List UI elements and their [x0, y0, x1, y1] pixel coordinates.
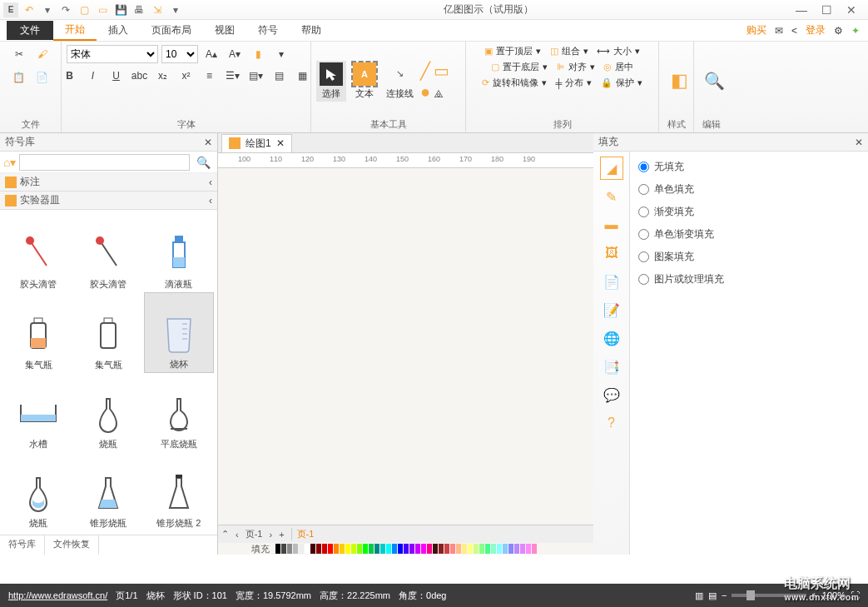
select-tool-button[interactable]: 选择: [316, 61, 346, 102]
font-size-select[interactable]: 10: [161, 45, 198, 63]
share-icon[interactable]: <: [791, 25, 797, 37]
fill-option-1[interactable]: 单色填充: [638, 182, 860, 197]
new-icon[interactable]: ▢: [77, 2, 92, 17]
category-labware[interactable]: 实验器皿‹: [0, 192, 217, 210]
indent-icon[interactable]: ▤▾: [246, 67, 266, 85]
color-swatch-strip[interactable]: 填充: [218, 543, 593, 555]
tab-shadow-icon[interactable]: ▬: [600, 213, 623, 236]
open-icon[interactable]: ▭: [95, 2, 110, 17]
font-color-icon[interactable]: ▮: [248, 45, 268, 63]
fill-option-5[interactable]: 图片或纹理填充: [638, 272, 860, 286]
rotate-button[interactable]: 旋转和镜像: [493, 77, 538, 89]
align-button[interactable]: 对齐: [568, 61, 587, 73]
tab-picture-icon[interactable]: 🖼: [600, 241, 623, 265]
paste2-icon[interactable]: 📄: [32, 68, 52, 87]
tab-insert[interactable]: 插入: [97, 21, 140, 40]
rect-shape-icon[interactable]: ▭: [434, 61, 449, 81]
document-tab[interactable]: 绘图1✕: [221, 134, 292, 152]
highlight-icon[interactable]: ▾: [271, 45, 291, 63]
edit-button[interactable]: 🔍: [699, 67, 729, 94]
page-add-icon[interactable]: +: [279, 530, 284, 540]
undo-icon[interactable]: ▾: [40, 2, 55, 17]
tab-view[interactable]: 视图: [203, 21, 246, 40]
tab-web-icon[interactable]: 🌐: [600, 326, 623, 350]
increase-font-icon[interactable]: A▴: [201, 45, 221, 63]
qat-more-icon[interactable]: ▾: [168, 2, 183, 17]
crop-icon[interactable]: ⟁: [434, 82, 444, 102]
center-button[interactable]: 居中: [615, 61, 633, 73]
symbol-item-9[interactable]: 烧瓶: [3, 452, 73, 531]
size-button[interactable]: 大小: [613, 45, 632, 57]
text-tool-button[interactable]: A 文本: [350, 61, 379, 102]
italic-icon[interactable]: I: [83, 67, 103, 85]
tab-page-icon[interactable]: 📄: [600, 270, 623, 293]
superscript-icon[interactable]: x²: [176, 67, 196, 85]
feedback-icon[interactable]: ✦: [851, 25, 860, 37]
symbol-item-5[interactable]: 烧杯: [144, 292, 214, 373]
group-button[interactable]: 组合: [562, 45, 580, 57]
status-url[interactable]: http://www.edrawsoft.cn/: [8, 590, 107, 600]
view1-icon[interactable]: ▥: [695, 590, 703, 601]
print-icon[interactable]: 🖶: [131, 2, 146, 17]
protect-button[interactable]: 保护: [616, 77, 634, 89]
bullet-icon[interactable]: ☰▾: [223, 67, 243, 85]
circle-shape-icon[interactable]: ●: [420, 82, 430, 102]
save2-icon[interactable]: 💾: [113, 2, 128, 17]
gear-icon[interactable]: ⚙: [834, 25, 843, 37]
page-prev-icon[interactable]: ‹: [236, 530, 239, 540]
page-next-icon[interactable]: ›: [269, 530, 272, 540]
view2-icon[interactable]: ▤: [708, 590, 717, 601]
decrease-font-icon[interactable]: A▾: [225, 45, 245, 63]
panel-fill-close-icon[interactable]: ✕: [855, 137, 863, 148]
bold-icon[interactable]: B: [60, 67, 80, 85]
close-button[interactable]: ✕: [843, 3, 860, 17]
left-tab-recovery[interactable]: 文件恢复: [45, 535, 99, 555]
redo-icon[interactable]: ↷: [58, 2, 73, 17]
tab-comment-icon[interactable]: 💬: [600, 383, 623, 406]
tab-help-icon[interactable]: ?: [600, 411, 623, 435]
send-back-button[interactable]: 置于底层: [503, 61, 539, 73]
linespacing-icon[interactable]: ≡: [200, 67, 220, 85]
tab-line-icon[interactable]: ✎: [600, 185, 623, 208]
underline-icon[interactable]: U: [107, 67, 126, 85]
symbol-item-6[interactable]: 水槽: [3, 373, 73, 452]
page-first-icon[interactable]: ⌃: [221, 529, 229, 540]
buy-link[interactable]: 购买: [746, 23, 766, 37]
tab-help[interactable]: 帮助: [290, 21, 333, 40]
fill-option-4[interactable]: 图案填充: [638, 250, 860, 264]
page-tab-active[interactable]: 页-1: [291, 528, 315, 540]
tab-file[interactable]: 文件: [7, 21, 53, 40]
zoom-out-icon[interactable]: −: [722, 590, 727, 600]
strike-icon[interactable]: abc: [130, 67, 150, 85]
tab-text-icon[interactable]: 📝: [600, 298, 623, 321]
tab-fill-icon[interactable]: ◢: [600, 157, 623, 180]
category-annotation[interactable]: 标注‹: [0, 173, 217, 192]
symbol-item-11[interactable]: 锥形烧瓶 2: [144, 452, 214, 531]
tab-close-icon[interactable]: ✕: [276, 137, 285, 149]
fill-option-0[interactable]: 无填充: [638, 160, 860, 174]
symbol-item-1[interactable]: 胶头滴管: [73, 213, 143, 292]
symbol-item-0[interactable]: 胶头滴管: [3, 213, 73, 292]
tab-layer-icon[interactable]: 📑: [600, 355, 623, 378]
fill-option-3[interactable]: 单色渐变填充: [638, 227, 860, 241]
bring-front-button[interactable]: 置于顶层: [496, 45, 533, 57]
tab-start[interactable]: 开始: [53, 20, 97, 41]
align-left-icon[interactable]: ▤: [270, 67, 290, 85]
format-painter-icon[interactable]: 🖌: [32, 45, 52, 63]
panel-close-icon[interactable]: ✕: [204, 137, 212, 148]
line-shape-icon[interactable]: ╱: [420, 61, 430, 81]
style-button[interactable]: ◧: [664, 67, 694, 94]
font-name-select[interactable]: 宋体: [67, 45, 158, 63]
save-icon[interactable]: ↶: [22, 2, 37, 17]
minimize-button[interactable]: —: [793, 3, 810, 17]
symbol-item-10[interactable]: 锥形烧瓶: [73, 452, 143, 531]
home-icon[interactable]: ⌂▾: [3, 156, 16, 169]
symbol-item-8[interactable]: 平底烧瓶: [144, 373, 214, 452]
symbol-search-input[interactable]: [19, 154, 190, 171]
tab-pagelayout[interactable]: 页面布局: [140, 21, 203, 40]
align-center-icon[interactable]: ▦: [293, 67, 313, 85]
symbol-item-7[interactable]: 烧瓶: [73, 373, 143, 452]
connector-tool-button[interactable]: ↘ 连接线: [383, 61, 417, 102]
left-tab-symbols[interactable]: 符号库: [0, 535, 45, 555]
symbol-item-4[interactable]: 集气瓶: [73, 292, 143, 373]
